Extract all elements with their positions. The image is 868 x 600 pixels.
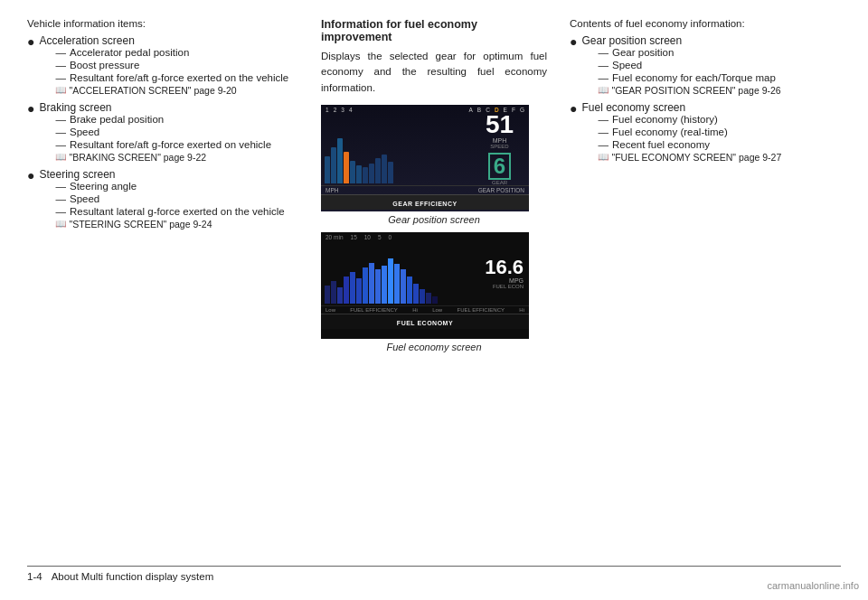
bullet-dot: ● [570, 34, 577, 50]
speed-label: SPEED [490, 144, 508, 149]
bullet-dot: ● [570, 101, 577, 117]
page-container: Vehicle information items: ● Acceleratio… [0, 0, 868, 600]
list-item: Fuel economy (history) [598, 114, 781, 125]
steering-ref: 📖 "STEERING SCREEN" page 9-24 [39, 219, 284, 230]
acceleration-label: Acceleration screen [39, 34, 134, 47]
list-item: Recent fuel economy [598, 139, 781, 150]
book-icon: 📖 [598, 152, 609, 162]
acceleration-section: ● Acceleration screen Accelerator pedal … [27, 34, 289, 98]
fuel-unit: MPG [509, 277, 524, 284]
left-column: Vehicle information items: ● Acceleratio… [27, 18, 307, 561]
braking-label: Braking screen [39, 101, 111, 114]
steering-label: Steering screen [39, 168, 115, 181]
page-number: 1-4 [27, 571, 42, 582]
watermark: carmanualonline.info [767, 580, 859, 591]
list-item: Steering angle [55, 181, 284, 192]
list-item: Brake pedal position [55, 114, 271, 125]
book-icon: 📖 [598, 85, 609, 95]
braking-sub-list: Brake pedal position Speed Resultant for… [39, 114, 271, 150]
fuel-screen-image: 20 min151050 [321, 232, 529, 339]
bullet-dot: ● [27, 34, 34, 50]
list-item: Speed [598, 60, 780, 70]
gear-position-section: ● Gear position screen Gear position Spe… [570, 34, 841, 98]
fuel-screen-container: 20 min151050 [321, 232, 547, 352]
list-item: Fuel economy (real-time) [598, 127, 781, 137]
steering-section: ● Steering screen Steering angle Speed R… [27, 168, 289, 232]
fuel-hi-label: Hi [412, 307, 418, 313]
book-icon: 📖 [55, 152, 66, 162]
gear-screen-caption: Gear position screen [321, 214, 547, 225]
gear-value: 6 [488, 153, 511, 180]
gear-position-label: GEAR EFFICIENCY [392, 201, 457, 207]
acceleration-sub-list: Accelerator pedal position Boost pressur… [39, 47, 288, 83]
fuel-screen-caption: Fuel economy screen [321, 342, 547, 352]
footer-title: About Multi function display system [52, 571, 214, 582]
list-item: Resultant fore/aft g-force exerted on ve… [55, 139, 271, 150]
fuel-hi2-label: Hi [519, 307, 524, 313]
main-content: Vehicle information items: ● Acceleratio… [27, 18, 841, 561]
fuel-economy-section: ● Fuel economy screen Fuel economy (hist… [570, 101, 841, 165]
braking-section: ● Braking screen Brake pedal position Sp… [27, 101, 289, 165]
right-column: Contents of fuel economy information: ● … [561, 18, 841, 561]
braking-ref: 📖 "BRAKING SCREEN" page 9-22 [39, 152, 271, 163]
page-footer: 1-4 About Multi function display system [27, 566, 841, 582]
gear-screen-image: 1234 ABCDEFG [321, 105, 529, 211]
speed-value: 51 [486, 112, 514, 137]
list-item: Speed [55, 127, 271, 137]
gear-efficiency-label: GEAR POSITION [478, 187, 524, 193]
fuel-value: 16.6 [485, 258, 524, 277]
screen-bottom-left: MPH [326, 187, 338, 193]
bullet-dot: ● [27, 168, 34, 183]
fuel-low2-label: Low [432, 307, 442, 313]
center-column: Information for fuel economy improvement… [307, 18, 561, 561]
list-item: Resultant lateral g-force exerted on the… [55, 206, 284, 217]
steering-sub-list: Steering angle Speed Resultant lateral g… [39, 181, 284, 217]
vehicle-info-intro: Vehicle information items: [27, 18, 289, 29]
fuel-efficiency-label2: FUEL EFFICIENCY [458, 307, 505, 313]
fuel-low-label: Low [326, 307, 335, 313]
list-item: Fuel economy for each/Torque map [598, 72, 780, 83]
book-icon: 📖 [55, 219, 66, 229]
list-item: Accelerator pedal position [55, 47, 288, 58]
fuel-economy-ref: 📖 "FUEL ECONOMY SCREEN" page 9-27 [581, 152, 781, 163]
fuel-efficiency-label1: FUEL EFFICIENCY [350, 307, 397, 313]
mph-label: MPH [493, 137, 507, 144]
bullet-dot: ● [27, 101, 34, 117]
gear-position-sub-list: Gear position Speed Fuel economy for eac… [581, 47, 780, 83]
gear-label: GEAR [492, 180, 507, 185]
gear-position-screen-label: Gear position screen [581, 34, 682, 47]
fuel-contents-intro: Contents of fuel economy information: [570, 18, 841, 29]
fuel-label: FUEL ECON [493, 284, 524, 289]
list-item: Boost pressure [55, 60, 288, 70]
book-icon: 📖 [55, 85, 66, 95]
fuel-economy-description: Displays the selected gear for optimum f… [321, 49, 547, 96]
fuel-economy-screen-label: Fuel economy screen [581, 101, 685, 114]
gear-screen-container: 1234 ABCDEFG [321, 105, 547, 225]
fuel-economy-sub-list: Fuel economy (history) Fuel economy (rea… [581, 114, 781, 150]
list-item: Resultant fore/aft g-force exerted on th… [55, 72, 288, 83]
list-item: Gear position [598, 47, 780, 58]
list-item: Speed [55, 193, 284, 204]
fuel-economy-header: Information for fuel economy improvement [321, 18, 547, 43]
acceleration-ref: 📖 "ACCELERATION SCREEN" page 9-20 [39, 85, 288, 96]
fuel-economy-label: FUEL ECONOMY [397, 320, 453, 326]
gear-position-ref: 📖 "GEAR POSITION SCREEN" page 9-26 [581, 85, 780, 96]
